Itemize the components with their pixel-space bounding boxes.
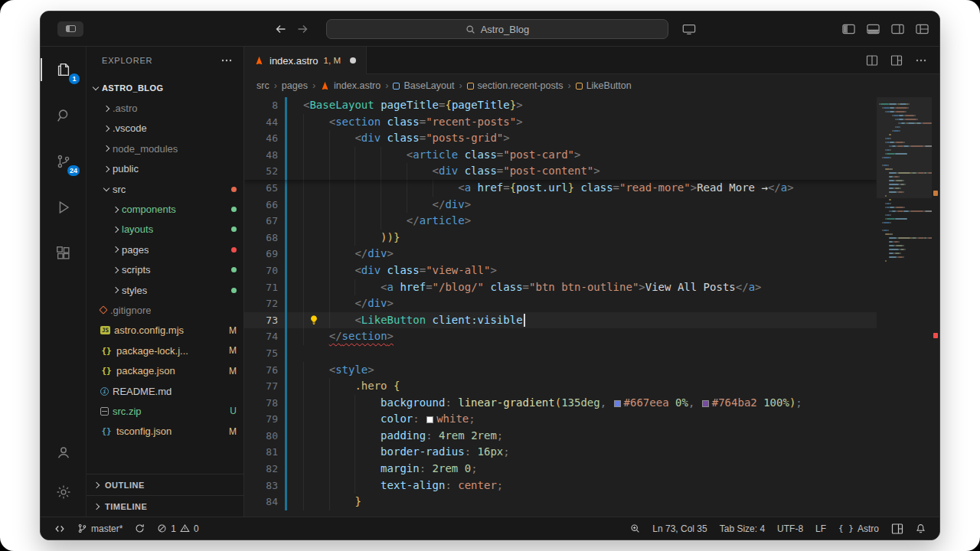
breadcrumb-pages[interactable]: pages [282, 80, 308, 91]
line-number[interactable]: 81 [244, 444, 278, 461]
tree-item-src[interactable]: src [87, 179, 243, 199]
line-number[interactable]: 84 [244, 494, 278, 510]
status-indentation[interactable]: Tab Size: 4 [715, 520, 769, 537]
code-line-83[interactable]: 83text-align: center; [244, 478, 877, 494]
tree-item-tsconfig-json[interactable]: {}tsconfig.jsonM [87, 422, 243, 442]
tree-item-gitignore[interactable]: .gitignore [87, 300, 243, 320]
status-branch[interactable]: master* [73, 520, 127, 537]
line-number[interactable]: 68 [244, 230, 278, 246]
line-number[interactable]: 70 [244, 262, 278, 279]
code-line-71[interactable]: 71<a href="/blog/" class="btn btn-outlin… [244, 279, 877, 296]
code-line-84[interactable]: 84} [244, 494, 877, 510]
code-line-8[interactable]: 8<BaseLayout pageTitle={pageTitle}> [244, 97, 877, 114]
status-panel-layout[interactable] [887, 520, 908, 537]
line-number[interactable]: 77 [244, 378, 278, 395]
status-eol[interactable]: LF [811, 520, 831, 537]
tree-item-node-modules[interactable]: node_modules [87, 139, 243, 158]
line-number[interactable]: 67 [244, 213, 278, 230]
explorer-more-icon[interactable] [220, 54, 233, 67]
line-number[interactable]: 8 [244, 97, 278, 114]
line-number[interactable]: 52 [244, 163, 278, 180]
dirty-indicator[interactable] [350, 57, 356, 64]
breadcrumb-baselayout[interactable]: BaseLayout [393, 80, 454, 91]
code-line-76[interactable]: 76<style> [244, 362, 877, 379]
activity-run-debug[interactable] [41, 184, 87, 230]
activity-account[interactable] [41, 432, 87, 472]
code-line-79[interactable]: 79color: white; [244, 411, 877, 428]
status-sync[interactable] [130, 520, 149, 537]
tree-item-astro[interactable]: .astro [87, 98, 243, 118]
tree-item-styles[interactable]: styles [87, 280, 243, 300]
code-line-68[interactable]: 68))} [244, 230, 877, 246]
tree-item-components[interactable]: components [87, 199, 243, 219]
line-number[interactable]: 82 [244, 461, 278, 478]
code-line-67[interactable]: 67</article> [244, 213, 877, 230]
line-number[interactable]: 74 [244, 328, 278, 345]
line-number[interactable]: 72 [244, 295, 278, 312]
outline-pane-header[interactable]: OUTLINE [87, 474, 243, 495]
quick-fix-lightbulb[interactable] [309, 315, 319, 325]
toggle-primary-sidebar-icon[interactable] [842, 24, 855, 34]
breadcrumb-src[interactable]: src [256, 80, 270, 91]
status-notifications[interactable] [911, 520, 930, 537]
activity-settings[interactable] [41, 472, 87, 512]
code-line-74[interactable]: 74</section> [244, 328, 877, 345]
tree-item-pages[interactable]: pages [87, 240, 243, 259]
breadcrumb-index-astro[interactable]: index.astro [320, 80, 381, 91]
tree-root[interactable]: ASTRO_BLOG [87, 78, 243, 98]
code-line-82[interactable]: 82margin: 2rem 0; [244, 461, 877, 478]
code-line-52[interactable]: 52<div class="post-content"> [244, 163, 877, 180]
line-number[interactable]: 73 [244, 312, 278, 329]
sidebar-toggle-button[interactable] [57, 21, 83, 37]
status-cursor-position[interactable]: Ln 73, Col 35 [648, 520, 711, 537]
cast-icon[interactable] [682, 23, 696, 35]
activity-extensions[interactable] [41, 230, 87, 276]
code-line-80[interactable]: 80padding: 4rem 2rem; [244, 428, 877, 445]
line-number[interactable]: 78 [244, 395, 278, 412]
code-line-65[interactable]: 65<a href={post.url} class="read-more">R… [244, 180, 877, 197]
minimap[interactable] [877, 97, 932, 517]
line-number[interactable]: 75 [244, 345, 278, 362]
tree-item-public[interactable]: public [87, 159, 243, 179]
code-line-81[interactable]: 81border-radius: 16px; [244, 444, 877, 461]
line-number[interactable]: 79 [244, 411, 278, 428]
line-number[interactable]: 66 [244, 197, 278, 214]
command-center-search[interactable]: Astro_Blog [326, 19, 668, 39]
code-line-78[interactable]: 78background: linear-gradient(135deg, #6… [244, 395, 877, 412]
line-number[interactable]: 46 [244, 130, 278, 147]
activity-explorer[interactable]: 1 [41, 47, 87, 93]
line-number[interactable]: 44 [244, 114, 278, 131]
code-line-44[interactable]: 44<section class="recent-posts"> [244, 114, 877, 131]
toggle-secondary-sidebar-icon[interactable] [891, 24, 904, 34]
code-line-70[interactable]: 70<div class="view-all"> [244, 262, 877, 279]
line-number[interactable]: 48 [244, 147, 278, 164]
code-line-46[interactable]: 46<div class="posts-grid"> [244, 130, 877, 147]
status-encoding[interactable]: UTF-8 [773, 520, 808, 537]
tab-index-astro[interactable]: index.astro 1, M [244, 47, 367, 74]
overview-ruler[interactable] [932, 97, 939, 517]
split-editor-icon[interactable] [866, 54, 878, 67]
line-number[interactable]: 76 [244, 362, 278, 379]
breadcrumb-section-recent-posts[interactable]: section.recent-posts [467, 80, 564, 91]
code-line-48[interactable]: 48<article class="post-card"> [244, 147, 877, 164]
editor-layout-icon[interactable] [890, 54, 903, 67]
tree-item-layouts[interactable]: layouts [87, 220, 243, 240]
activity-search[interactable] [41, 93, 87, 139]
line-number[interactable]: 71 [244, 279, 278, 296]
breadcrumb-likebutton[interactable]: LikeButton [576, 80, 632, 91]
tree-item-vscode[interactable]: .vscode [87, 119, 243, 139]
line-number[interactable]: 69 [244, 246, 278, 262]
customize-layout-icon[interactable] [916, 24, 929, 34]
line-number[interactable]: 80 [244, 428, 278, 445]
code-line-73[interactable]: 73<LikeButton client:visible [244, 312, 877, 329]
forward-icon[interactable] [296, 23, 309, 35]
status-zoom[interactable] [626, 520, 645, 537]
tree-item-readme-md[interactable]: iREADME.md [87, 381, 243, 401]
toggle-panel-icon[interactable] [867, 24, 880, 34]
tree-item-scripts[interactable]: scripts [87, 260, 243, 280]
line-number[interactable]: 83 [244, 478, 278, 494]
status-problems[interactable]: 10 [152, 520, 203, 537]
code-line-66[interactable]: 66</div> [244, 197, 877, 214]
tree-item-src-zip[interactable]: src.zipU [87, 401, 243, 421]
status-remote[interactable] [50, 520, 70, 537]
